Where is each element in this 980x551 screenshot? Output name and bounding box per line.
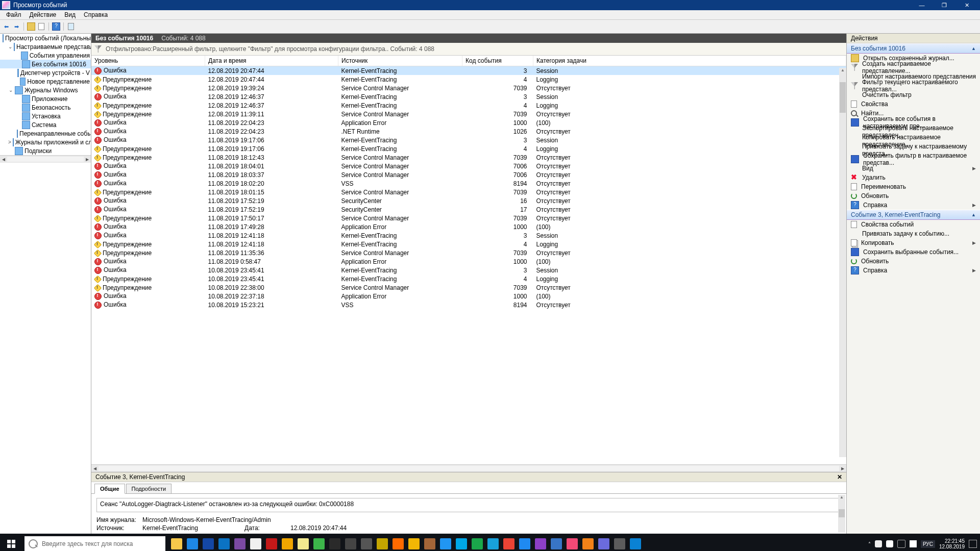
detail-vscrollbar[interactable]: ▲ xyxy=(838,495,845,533)
table-row[interactable]: Предупреждение12.08.2019 19:39:24Service… xyxy=(91,84,846,92)
taskbar-app-icon[interactable] xyxy=(312,534,326,551)
table-row[interactable]: Ошибка11.08.2019 18:03:37Service Control… xyxy=(91,170,846,179)
tree-item[interactable]: >Журналы приложений и слу xyxy=(0,138,91,146)
table-row[interactable]: Предупреждение12.08.2019 12:46:37Kernel-… xyxy=(91,101,846,110)
table-row[interactable]: Ошибка11.08.2019 12:41:18Kernel-EventTra… xyxy=(91,231,846,240)
action-item[interactable]: ✖Удалить xyxy=(847,173,980,182)
taskbar-app-icon[interactable] xyxy=(296,534,310,551)
taskbar-app-icon[interactable] xyxy=(549,534,564,551)
menu-Действие[interactable]: Действие xyxy=(26,11,61,18)
action-item[interactable]: Свойства xyxy=(847,99,980,109)
table-row[interactable]: Предупреждение11.08.2019 11:35:36Service… xyxy=(91,248,846,257)
table-row[interactable]: Предупреждение11.08.2019 17:50:17Service… xyxy=(91,214,846,222)
taskbar-app-icon[interactable] xyxy=(612,534,627,551)
col-level[interactable]: Уровень xyxy=(91,56,205,66)
tree-item[interactable]: ⌄Настраиваемые представле xyxy=(0,42,91,51)
start-button[interactable] xyxy=(0,534,22,551)
tree-item[interactable]: Диспетчер устройств - V xyxy=(0,68,91,77)
taskbar-app-icon[interactable] xyxy=(423,534,437,551)
tab-general[interactable]: Общие xyxy=(94,484,125,494)
tray-notifications-icon[interactable] xyxy=(969,540,977,548)
tray-network-icon[interactable] xyxy=(897,540,905,548)
taskbar-app-icon[interactable] xyxy=(470,534,484,551)
table-row[interactable]: Ошибка12.08.2019 20:47:44Kernel-EventTra… xyxy=(91,66,846,76)
taskbar-app-icon[interactable] xyxy=(169,534,184,551)
taskbar-app-icon[interactable] xyxy=(264,534,279,551)
action-item[interactable]: Обновить xyxy=(847,191,980,201)
taskbar-app-icon[interactable] xyxy=(518,534,532,551)
action-item[interactable]: Сохранить выбранные события... xyxy=(847,247,980,257)
action-item[interactable]: ?Справка▶ xyxy=(847,201,980,210)
taskbar-app-icon[interactable] xyxy=(233,534,247,551)
taskbar-app-icon[interactable] xyxy=(486,534,500,551)
toolbar-help-icon[interactable]: ? xyxy=(52,22,60,31)
table-row[interactable]: Ошибка11.08.2019 22:04:23Application Err… xyxy=(91,118,846,127)
action-item[interactable]: Привязать задачу к событию... xyxy=(847,229,980,238)
back-button[interactable]: ⬅ xyxy=(2,22,10,31)
table-row[interactable]: Ошибка11.08.2019 17:52:19SecurityCenter1… xyxy=(91,205,846,214)
table-row[interactable]: Ошибка11.08.2019 18:04:01Service Control… xyxy=(91,162,846,170)
actions-section-1[interactable]: Без события 10016▲ xyxy=(847,43,980,54)
taskbar-app-icon[interactable] xyxy=(201,534,215,551)
table-row[interactable]: Предупреждение12.08.2019 11:39:11Service… xyxy=(91,110,846,118)
action-item[interactable]: Свойства событий xyxy=(847,220,980,229)
tree-item[interactable]: Просмотр событий (Локальный xyxy=(0,34,91,42)
tray-shield-icon[interactable] xyxy=(886,540,893,547)
table-row[interactable]: Предупреждение10.08.2019 22:38:00Service… xyxy=(91,283,846,292)
forward-button[interactable]: ➡ xyxy=(12,22,20,31)
maximize-button[interactable]: ❐ xyxy=(933,1,955,10)
taskbar-app-icon[interactable] xyxy=(344,534,358,551)
taskbar-app-icon[interactable] xyxy=(565,534,579,551)
table-row[interactable]: Предупреждение12.08.2019 20:47:44Kernel-… xyxy=(91,75,846,84)
taskbar-app-icon[interactable] xyxy=(438,534,453,551)
taskbar-app-icon[interactable] xyxy=(502,534,516,551)
table-row[interactable]: Ошибка10.08.2019 15:23:21VSS8194Отсутств… xyxy=(91,300,846,309)
table-row[interactable]: Ошибка11.08.2019 19:17:06Kernel-EventTra… xyxy=(91,136,846,144)
close-button[interactable]: ✕ xyxy=(955,1,978,10)
taskbar-app-icon[interactable] xyxy=(597,534,611,551)
taskbar-app-icon[interactable] xyxy=(217,534,231,551)
tray-clock[interactable]: 22:21:4512.08.2019 xyxy=(939,538,965,549)
toolbar-new-icon[interactable] xyxy=(27,22,35,31)
taskbar-search[interactable]: Введите здесь текст для поиска xyxy=(24,536,165,551)
action-item[interactable]: Фильтр текущего настраиваемого представл… xyxy=(847,81,980,90)
table-row[interactable]: Предупреждение11.08.2019 18:12:43Service… xyxy=(91,153,846,162)
taskbar-app-icon[interactable] xyxy=(328,534,342,551)
tree-item[interactable]: Новое представление xyxy=(0,77,91,86)
table-row[interactable]: Ошибка11.08.2019 17:49:28Application Err… xyxy=(91,222,846,231)
taskbar-app-icon[interactable] xyxy=(391,534,405,551)
taskbar-app-icon[interactable] xyxy=(280,534,295,551)
taskbar-app-icon[interactable] xyxy=(185,534,200,551)
toolbar-prop-icon[interactable] xyxy=(37,22,45,31)
list-vscrollbar[interactable]: ▲ xyxy=(839,68,846,457)
tree-item[interactable]: Система xyxy=(0,120,91,129)
taskbar-app-icon[interactable] xyxy=(533,534,548,551)
table-row[interactable]: Ошибка12.08.2019 12:46:37Kernel-EventTra… xyxy=(91,92,846,101)
tree-item[interactable]: События управления xyxy=(0,51,91,60)
col-code[interactable]: Код события xyxy=(462,56,533,66)
menu-Файл[interactable]: Файл xyxy=(2,11,26,18)
col-datetime[interactable]: Дата и время xyxy=(205,56,338,66)
taskbar-app-icon[interactable] xyxy=(407,534,421,551)
table-row[interactable]: Ошибка11.08.2019 0:58:47Application Erro… xyxy=(91,257,846,266)
menu-Вид[interactable]: Вид xyxy=(60,11,80,18)
taskbar-app-icon[interactable] xyxy=(454,534,469,551)
taskbar-app-icon[interactable] xyxy=(359,534,374,551)
tray-volume-icon[interactable] xyxy=(910,540,917,547)
table-row[interactable]: Ошибка11.08.2019 18:02:20VSS8194Отсутств… xyxy=(91,179,846,188)
action-item[interactable]: Обновить xyxy=(847,257,980,266)
tree-item[interactable]: Подписки xyxy=(0,146,91,155)
action-item[interactable]: Переименовать xyxy=(847,182,980,191)
table-row[interactable]: Ошибка11.08.2019 22:04:23.NET Runtime102… xyxy=(91,127,846,136)
tray-language[interactable]: РУС xyxy=(921,540,935,548)
actions-section-2[interactable]: Событие 3, Kernel-EventTracing▲ xyxy=(847,210,980,220)
action-item[interactable]: Создать настраиваемое представление... xyxy=(847,63,980,72)
list-hscrollbar[interactable]: ◀▶ xyxy=(91,464,846,472)
tree-item[interactable]: Приложение xyxy=(0,94,91,103)
tree-item[interactable]: ⌄Журналы Windows xyxy=(0,86,91,94)
tray-onedrive-icon[interactable] xyxy=(875,540,882,547)
col-source[interactable]: Источник xyxy=(338,56,462,66)
table-row[interactable]: Ошибка10.08.2019 22:37:18Application Err… xyxy=(91,292,846,300)
minimize-button[interactable]: — xyxy=(911,1,933,10)
tray-chevron-up-icon[interactable]: ˄ xyxy=(868,541,871,547)
